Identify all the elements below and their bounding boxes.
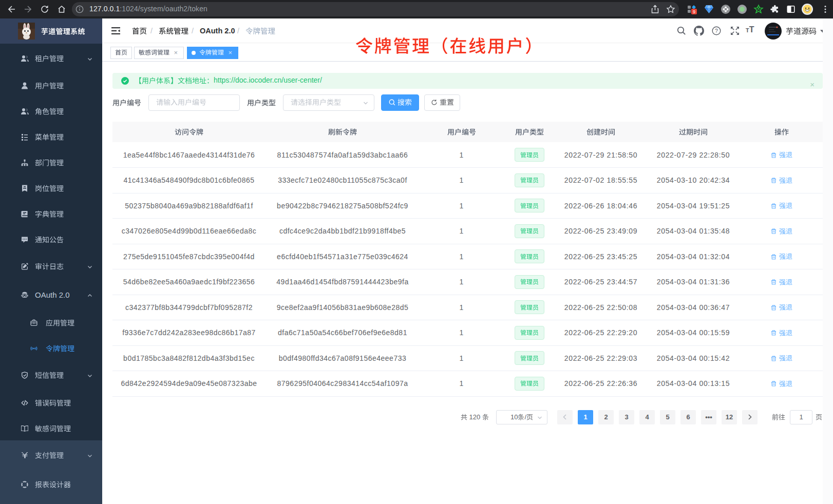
svg-text:?: ? <box>715 28 718 34</box>
svg-text:9: 9 <box>693 9 695 14</box>
